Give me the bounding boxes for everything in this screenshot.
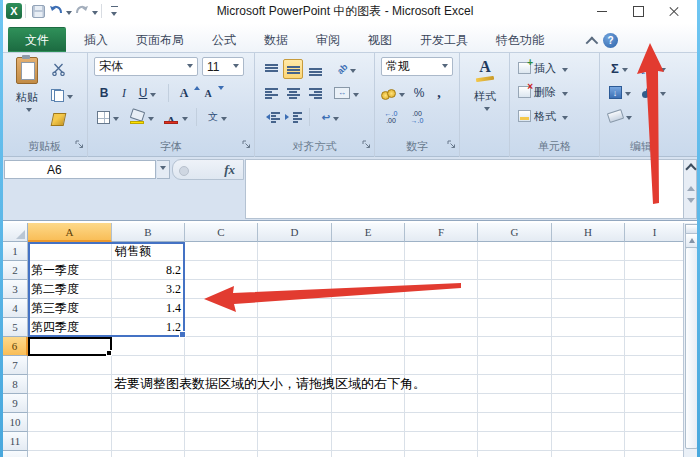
cell-A8[interactable] [28, 375, 112, 394]
cell-C6[interactable] [185, 337, 258, 356]
shrink-font-button[interactable]: A [198, 83, 218, 103]
cell-D4[interactable] [258, 299, 332, 318]
column-header-H[interactable]: H [552, 223, 625, 242]
cell-I6[interactable] [625, 337, 685, 356]
cell-I4[interactable] [625, 299, 685, 318]
cell-I10[interactable] [625, 413, 685, 432]
column-header-B[interactable]: B [112, 223, 185, 242]
tab-view[interactable]: 视图 [354, 27, 406, 52]
cell-C9[interactable] [185, 394, 258, 413]
tab-file[interactable]: 文件 [8, 27, 66, 52]
select-all-corner[interactable] [3, 223, 28, 242]
cell-styles-button[interactable]: A 样式 [468, 59, 502, 111]
column-header-A[interactable]: A [28, 223, 112, 242]
cell-F1[interactable] [405, 242, 478, 261]
cell-C4[interactable] [185, 299, 258, 318]
fill-handle[interactable] [106, 350, 112, 356]
font-dialog-launcher[interactable] [242, 135, 251, 153]
cell-D6[interactable] [258, 337, 332, 356]
cell-H8[interactable] [552, 375, 625, 394]
row-header-4[interactable]: 4 [3, 299, 28, 318]
customize-qat-button[interactable] [106, 3, 122, 19]
row-header-9[interactable]: 9 [3, 394, 28, 413]
cell-C7[interactable] [185, 356, 258, 375]
autosum-button[interactable]: Σ [604, 58, 635, 78]
cell-H10[interactable] [552, 413, 625, 432]
merge-center-button[interactable]: ↔ [331, 83, 362, 103]
number-dialog-launcher[interactable] [447, 135, 456, 153]
align-top-button[interactable] [261, 59, 281, 79]
align-middle-button[interactable] [283, 59, 303, 79]
save-button[interactable] [30, 3, 46, 19]
cell-G1[interactable] [478, 242, 552, 261]
font-name-caret[interactable] [187, 64, 193, 71]
cell-F2[interactable] [405, 261, 478, 280]
cell-A1[interactable] [28, 242, 112, 261]
cell-E10[interactable] [332, 413, 405, 432]
cell-H7[interactable] [552, 356, 625, 375]
cell-D1[interactable] [258, 242, 332, 261]
cell-E12[interactable] [332, 451, 405, 457]
font-color-button[interactable]: A [160, 107, 191, 127]
cell-D10[interactable] [258, 413, 332, 432]
cell-G5[interactable] [478, 318, 552, 337]
fill-color-caret[interactable] [148, 117, 154, 124]
accounting-format-button[interactable] [377, 83, 408, 103]
cell-A9[interactable] [28, 394, 112, 413]
help-button[interactable]: ? [603, 33, 618, 48]
cell-G2[interactable] [478, 261, 552, 280]
grow-font-button[interactable]: A [174, 83, 194, 103]
underline-button[interactable]: U [132, 83, 163, 103]
tab-review[interactable]: 审阅 [302, 27, 354, 52]
underline-menu-caret[interactable] [150, 93, 156, 100]
number-format-caret[interactable] [442, 64, 448, 71]
cell-D7[interactable] [258, 356, 332, 375]
cell-G12[interactable] [478, 451, 552, 457]
cell-I11[interactable] [625, 432, 685, 451]
cell-D2[interactable] [258, 261, 332, 280]
cell-B7[interactable] [112, 356, 185, 375]
cell-H6[interactable] [552, 337, 625, 356]
cell-F11[interactable] [405, 432, 478, 451]
cell-B4[interactable]: 1.4 [112, 299, 185, 318]
number-format-select[interactable]: 常规 [381, 57, 453, 76]
cell-I7[interactable] [625, 356, 685, 375]
align-center-button[interactable] [283, 83, 303, 103]
cell-B2[interactable]: 8.2 [112, 261, 185, 280]
cell-G6[interactable] [478, 337, 552, 356]
cell-F9[interactable] [405, 394, 478, 413]
font-size-select[interactable]: 11 [202, 57, 244, 76]
paste-button[interactable]: 粘贴 [10, 57, 44, 112]
cell-G11[interactable] [478, 432, 552, 451]
cell-E2[interactable] [332, 261, 405, 280]
styles-menu-caret[interactable] [484, 107, 490, 114]
decrease-indent-button[interactable] [261, 107, 281, 127]
cell-H2[interactable] [552, 261, 625, 280]
format-menu-caret[interactable] [562, 116, 568, 123]
row-header-2[interactable]: 2 [3, 261, 28, 280]
window-close-button[interactable] [660, 0, 688, 22]
italic-button[interactable]: I [114, 83, 134, 103]
cell-H9[interactable] [552, 394, 625, 413]
column-header-C[interactable]: C [185, 223, 258, 242]
column-header-E[interactable]: E [332, 223, 405, 242]
alignment-dialog-launcher[interactable] [362, 135, 371, 153]
cell-B6[interactable] [112, 337, 185, 356]
name-box[interactable]: A6 [4, 160, 156, 179]
row-header-7[interactable]: 7 [3, 356, 28, 375]
cell-E5[interactable] [332, 318, 405, 337]
autosum-caret[interactable] [622, 68, 628, 75]
tab-special-features[interactable]: 特色功能 [482, 27, 558, 52]
collapse-formula-bar-icon[interactable] [685, 163, 696, 174]
cell-F12[interactable] [405, 451, 478, 457]
orientation-caret[interactable] [350, 69, 356, 76]
cell-I3[interactable] [625, 280, 685, 299]
cell-I9[interactable] [625, 394, 685, 413]
cell-B9[interactable] [112, 394, 185, 413]
cell-H3[interactable] [552, 280, 625, 299]
cell-B3[interactable]: 3.2 [112, 280, 185, 299]
bold-button[interactable]: B [94, 83, 114, 103]
sort-filter-button[interactable]: AZ [638, 58, 669, 78]
delete-cells-button[interactable]: × 删除 [518, 82, 568, 102]
cell-H12[interactable] [552, 451, 625, 457]
